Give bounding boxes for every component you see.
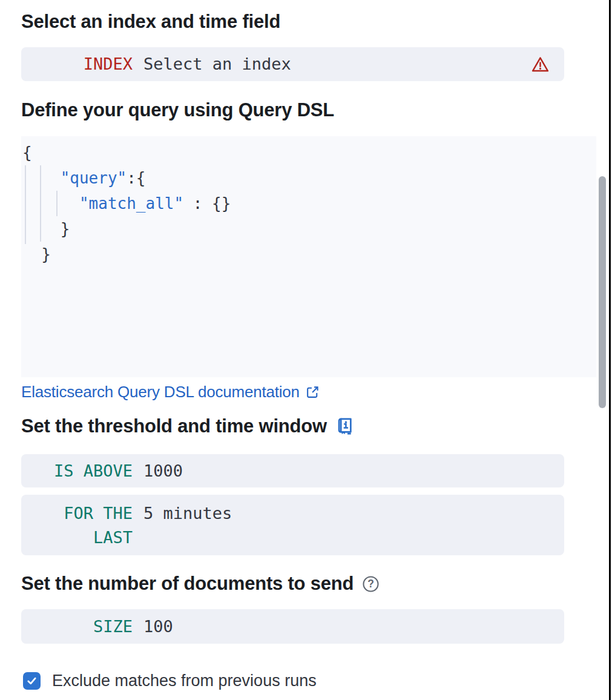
code-line: } <box>22 242 231 267</box>
size-expression-button[interactable]: SIZE 100 <box>21 609 564 644</box>
query-dsl-docs-link[interactable]: Elasticsearch Query DSL documentation <box>21 383 320 401</box>
threshold-expression-description: IS ABOVE <box>36 459 133 483</box>
code-line: } <box>22 216 231 242</box>
query-section-heading-text: Define your query using Query DSL <box>21 99 334 121</box>
threshold-section-heading-text: Set the threshold and time window <box>21 415 327 437</box>
threshold-section-heading: Set the threshold and time window <box>21 415 355 437</box>
docs-link-label: Elasticsearch Query DSL documentation <box>21 383 300 401</box>
query-dsl-editor[interactable]: { "query":{ "match_all" : {} } } <box>21 136 596 377</box>
code-line: "match_all" : {} <box>22 191 231 216</box>
index-section-heading-text: Select an index and time field <box>21 11 280 33</box>
code-editor-content: { "query":{ "match_all" : {} } } <box>22 140 231 267</box>
code-line: { <box>22 140 231 165</box>
panel-right-border <box>609 0 611 700</box>
scrollbar-thumb[interactable] <box>599 176 606 408</box>
checkbox-label: Exclude matches from previous runs <box>52 672 317 690</box>
exclude-previous-runs-checkbox[interactable]: Exclude matches from previous runs <box>23 672 317 690</box>
index-expression-button[interactable]: INDEX Select an index <box>21 47 564 81</box>
index-expression-description: INDEX <box>36 52 133 76</box>
size-section-heading-text: Set the number of documents to send <box>21 573 354 595</box>
index-expression-value: Select an index <box>143 52 291 76</box>
query-section-heading: Define your query using Query DSL <box>21 99 334 121</box>
size-section-heading: Set the number of documents to send ? <box>21 573 380 595</box>
svg-text:?: ? <box>368 578 374 590</box>
warning-icon <box>531 55 550 74</box>
time-window-expression-description: FOR THE LAST <box>36 501 133 550</box>
question-in-circle-icon[interactable]: ? <box>361 575 380 593</box>
threshold-expression-value: 1000 <box>143 459 183 483</box>
size-expression-description: SIZE <box>36 615 133 639</box>
checkbox-check-icon[interactable] <box>23 672 41 690</box>
documentation-book-icon[interactable] <box>335 415 355 437</box>
time-window-expression-value: 5 minutes <box>143 501 232 526</box>
threshold-expression-button[interactable]: IS ABOVE 1000 <box>21 454 564 487</box>
index-section-heading: Select an index and time field <box>21 11 280 33</box>
external-link-icon <box>305 385 320 400</box>
code-line: "query":{ <box>22 165 231 191</box>
size-expression-value: 100 <box>143 615 173 639</box>
time-window-expression-button[interactable]: FOR THE LAST 5 minutes <box>21 495 564 555</box>
